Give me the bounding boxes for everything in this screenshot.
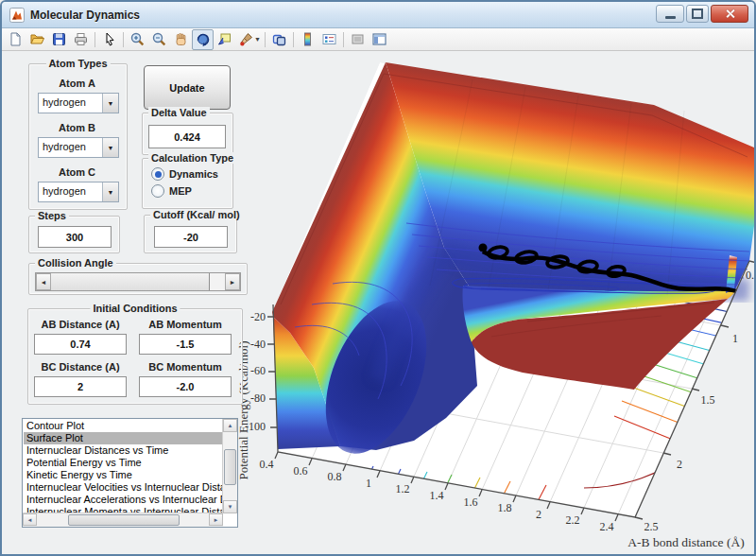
chevron-down-icon[interactable]: ▼ <box>102 94 118 113</box>
rotate-3d-icon[interactable] <box>192 29 214 50</box>
scroll-down-icon[interactable]: ▼ <box>223 500 237 513</box>
list-item[interactable]: Internuclear Distances vs Time <box>24 444 222 457</box>
brush-dropdown-caret[interactable]: ▼ <box>254 36 262 43</box>
atom-a-value: hydrogen <box>43 96 86 108</box>
insert-legend-icon[interactable] <box>318 29 340 50</box>
cutoff-title: Cutoff (Kcal/ mol) <box>150 209 243 220</box>
link-plots-icon[interactable] <box>268 29 290 50</box>
dynamics-label: Dynamics <box>169 168 218 180</box>
data-cursor-icon[interactable] <box>214 29 235 50</box>
chevron-down-icon[interactable]: ▼ <box>102 138 118 157</box>
collision-angle-slider[interactable]: ◄ ► <box>35 272 241 291</box>
steps-field[interactable]: 300 <box>38 226 112 248</box>
bc-distance-label: BC Distance (A) <box>33 361 128 373</box>
ab-distance-label: AB Distance (A) <box>33 319 128 330</box>
bc-distance-field[interactable]: 2 <box>34 376 127 397</box>
toolbar-separator <box>265 32 266 47</box>
chevron-down-icon[interactable]: ▼ <box>102 182 118 201</box>
zoom-out-icon[interactable] <box>148 29 170 50</box>
radio-unselected-icon <box>151 184 164 198</box>
pan-hand-icon[interactable] <box>170 29 192 50</box>
surface-plot-axes[interactable]: -20 -40 -60 -80 -100 0.4 0.6 0.8 1 1.2 1… <box>232 51 754 556</box>
zoom-in-icon[interactable] <box>127 29 148 50</box>
update-button[interactable]: Update <box>144 65 231 110</box>
atom-c-dropdown[interactable]: hydrogen ▼ <box>38 182 119 202</box>
svg-text:2: 2 <box>677 458 682 471</box>
toolbar-separator <box>293 32 294 47</box>
vertical-scrollbar[interactable]: ▲ ▼ <box>222 419 237 513</box>
x-axis-label: A-B bond distance (Å) <box>627 535 744 549</box>
scroll-right-icon[interactable]: ► <box>209 513 223 526</box>
svg-text:0.8: 0.8 <box>328 470 342 483</box>
list-item[interactable]: Internuclear Velocities vs Internuclear … <box>24 481 222 494</box>
bc-momentum-field[interactable]: -2.0 <box>139 376 232 397</box>
svg-text:1.8: 1.8 <box>498 501 512 514</box>
figure-area: -20 -40 -60 -80 -100 0.4 0.6 0.8 1 1.2 1… <box>2 51 754 556</box>
atom-b-label: Atom B <box>28 122 126 133</box>
maximize-button[interactable] <box>686 5 709 23</box>
print-icon[interactable] <box>70 29 92 50</box>
mep-radio[interactable]: MEP <box>151 184 192 198</box>
matlab-app-icon <box>9 8 25 23</box>
slider-right-arrow-icon[interactable]: ► <box>225 273 240 290</box>
dynamics-radio[interactable]: Dynamics <box>151 167 218 181</box>
scroll-left-icon[interactable]: ◄ <box>23 513 37 526</box>
atom-a-label: Atom A <box>28 78 126 89</box>
delta-value-title: Delta Value <box>148 107 210 118</box>
hide-plot-tools-icon[interactable] <box>347 29 369 50</box>
ab-momentum-field[interactable]: -1.5 <box>139 334 232 355</box>
insert-colorbar-icon[interactable] <box>297 29 318 50</box>
show-plot-tools-icon[interactable] <box>369 29 390 50</box>
close-button[interactable] <box>711 5 748 23</box>
window-title: Molecular Dynamics <box>30 9 140 22</box>
horizontal-scroll-thumb[interactable] <box>68 514 180 526</box>
bc-momentum-label: BC Momentum <box>139 361 232 373</box>
svg-text:0.4: 0.4 <box>260 458 274 471</box>
list-item[interactable]: Internuclear Accelerations vs Internucle… <box>24 494 222 506</box>
toolbar-separator <box>94 32 95 47</box>
title-bar[interactable]: Molecular Dynamics <box>2 2 754 28</box>
toolbar-separator <box>343 32 344 47</box>
list-item[interactable]: Kinetic Energy vs Time <box>24 469 222 481</box>
delta-value-field[interactable]: 0.424 <box>148 125 226 148</box>
svg-text:-40: -40 <box>250 338 266 351</box>
collision-angle-title: Collision Angle <box>35 257 116 269</box>
pointer-icon[interactable] <box>98 29 120 50</box>
svg-text:1.5: 1.5 <box>701 393 715 407</box>
svg-text:2.5: 2.5 <box>644 520 659 533</box>
svg-text:1.6: 1.6 <box>464 495 478 509</box>
list-item[interactable]: Surface Plot <box>24 432 222 444</box>
horizontal-scrollbar[interactable]: ◄ ► <box>23 513 223 527</box>
plot-type-listbox[interactable]: Contour PlotSurface PlotInternuclear Dis… <box>22 418 238 528</box>
list-item[interactable]: Contour Plot <box>24 420 222 432</box>
ab-distance-field[interactable]: 0.74 <box>34 334 127 355</box>
svg-text:1: 1 <box>366 477 371 490</box>
svg-text:-20: -20 <box>250 310 266 323</box>
radio-selected-icon <box>151 167 164 181</box>
save-icon[interactable] <box>48 29 70 50</box>
initial-conditions-title: Initial Conditions <box>90 303 180 314</box>
atom-b-value: hydrogen <box>43 141 86 152</box>
slider-track[interactable] <box>210 273 225 290</box>
list-item[interactable]: Potential Energy vs Time <box>24 457 222 469</box>
svg-text:2: 2 <box>536 508 541 521</box>
plot-type-list[interactable]: Contour PlotSurface PlotInternuclear Dis… <box>24 420 222 513</box>
svg-text:0.5: 0.5 <box>746 269 754 282</box>
close-icon <box>725 9 735 19</box>
scroll-up-icon[interactable]: ▲ <box>223 419 237 432</box>
ab-momentum-label: AB Momentum <box>139 319 232 330</box>
slider-left-arrow-icon[interactable]: ◄ <box>36 273 51 290</box>
minimize-button[interactable] <box>656 5 684 23</box>
atom-a-dropdown[interactable]: hydrogen ▼ <box>38 93 119 113</box>
toolbar-separator <box>123 32 124 47</box>
cutoff-field[interactable]: -20 <box>154 226 228 248</box>
open-file-icon[interactable] <box>26 29 48 50</box>
new-file-icon[interactable] <box>5 29 26 50</box>
atom-b-dropdown[interactable]: hydrogen ▼ <box>38 137 119 158</box>
svg-text:1.2: 1.2 <box>396 482 410 495</box>
list-item[interactable]: Internuclear Momenta vs Internuclear Dis… <box>24 506 222 513</box>
svg-text:-80: -80 <box>250 391 266 405</box>
svg-text:0.6: 0.6 <box>294 464 308 478</box>
slider-thumb[interactable] <box>51 273 210 290</box>
vertical-scroll-thumb[interactable] <box>224 449 236 485</box>
